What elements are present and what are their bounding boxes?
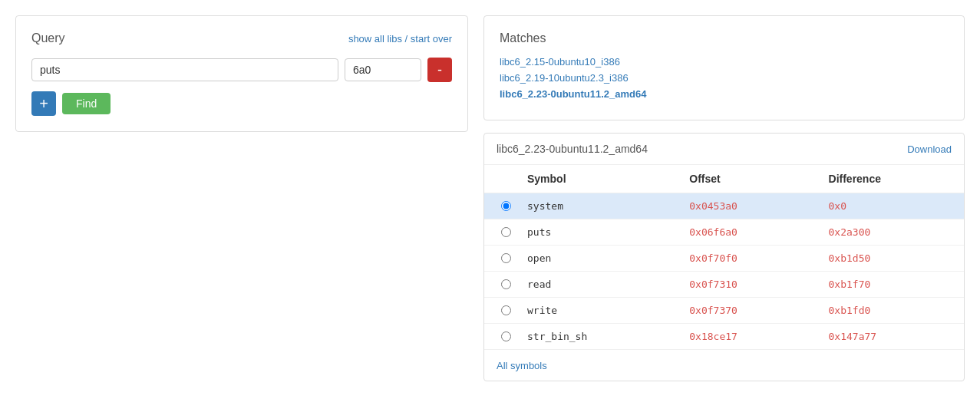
offset-value: 0x06f6a0 — [677, 219, 816, 246]
symbol-radio-2[interactable] — [501, 253, 511, 263]
offset-value: 0x18ce17 — [677, 324, 816, 350]
symbol-name: read — [515, 272, 677, 298]
symbol-radio-0[interactable] — [501, 201, 511, 211]
table-row[interactable]: write0x0f73700xb1fd0 — [484, 298, 964, 324]
symbol-name: write — [515, 298, 677, 324]
table-row[interactable]: str_bin_sh0x18ce170x147a77 — [484, 324, 964, 350]
col-symbol: Symbol — [515, 165, 677, 193]
table-row[interactable]: puts0x06f6a00x2a300 — [484, 219, 964, 246]
symbol-name: open — [515, 246, 677, 272]
table-row[interactable]: read0x0f73100xb1f70 — [484, 272, 964, 298]
all-symbols-link[interactable]: All symbols — [497, 360, 547, 371]
offset-input[interactable] — [345, 58, 421, 81]
offset-value: 0x0453a0 — [677, 193, 816, 219]
symbol-name: str_bin_sh — [515, 324, 677, 350]
detail-title: libc6_2.23-0ubuntu11.2_amd64 — [497, 143, 648, 155]
match-link-0[interactable]: libc6_2.15-0ubuntu10_i386 — [500, 56, 949, 68]
col-difference: Difference — [817, 165, 964, 193]
matches-title: Matches — [500, 31, 949, 45]
radio-cell — [484, 298, 515, 324]
symbol-radio-3[interactable] — [501, 279, 511, 289]
show-all-libs-link[interactable]: show all libs / start over — [348, 33, 452, 45]
diff-value: 0x2a300 — [817, 219, 964, 246]
radio-cell — [484, 219, 515, 246]
query-title: Query — [31, 31, 65, 45]
diff-value: 0xb1fd0 — [817, 298, 964, 324]
col-offset: Offset — [677, 165, 816, 193]
match-link-1[interactable]: libc6_2.19-10ubuntu2.3_i386 — [500, 72, 949, 84]
offset-value: 0x0f70f0 — [677, 246, 816, 272]
radio-cell — [484, 193, 515, 219]
radio-cell — [484, 272, 515, 298]
download-link[interactable]: Download — [907, 143, 952, 155]
table-row[interactable]: system0x0453a00x0 — [484, 193, 964, 219]
col-radio — [484, 165, 515, 193]
diff-value: 0x147a77 — [817, 324, 964, 350]
symbol-name: puts — [515, 219, 677, 246]
symbol-radio-1[interactable] — [501, 227, 511, 237]
offset-value: 0x0f7370 — [677, 298, 816, 324]
diff-value: 0xb1d50 — [817, 246, 964, 272]
symbol-name: system — [515, 193, 677, 219]
table-row[interactable]: open0x0f70f00xb1d50 — [484, 246, 964, 272]
diff-value: 0xb1f70 — [817, 272, 964, 298]
remove-button[interactable]: - — [427, 58, 452, 82]
symbol-radio-5[interactable] — [501, 331, 511, 341]
add-button[interactable]: + — [31, 91, 56, 116]
diff-value: 0x0 — [817, 193, 964, 219]
offset-value: 0x0f7310 — [677, 272, 816, 298]
symbol-radio-4[interactable] — [501, 305, 511, 315]
query-input[interactable] — [31, 58, 338, 81]
find-button[interactable]: Find — [62, 93, 111, 114]
radio-cell — [484, 324, 515, 350]
match-link-2[interactable]: libc6_2.23-0ubuntu11.2_amd64 — [500, 88, 949, 100]
radio-cell — [484, 246, 515, 272]
